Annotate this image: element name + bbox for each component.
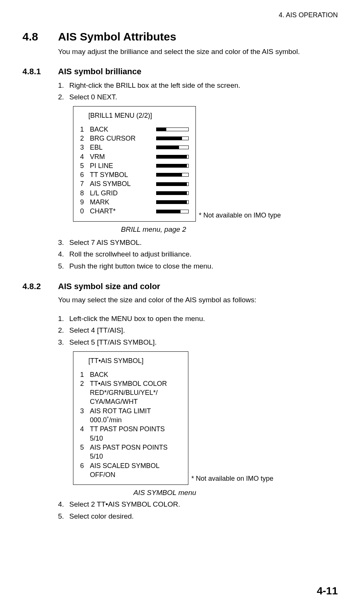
figure-note: * Not available on IMO type <box>191 475 273 483</box>
steps-list: 4.Select 2 TT•AIS SYMBOL COLOR. 5.Select… <box>58 499 338 521</box>
steps-list: 1.Left-click the MENU box to open the me… <box>58 314 338 348</box>
menu-item: 8L/L GRID <box>80 189 189 198</box>
menu-item-label: AIS SCALED SYMBOL <box>90 461 181 470</box>
brill-menu-box: [BRILL1 MENU (2/2)] 1BACK2BRG CURSOR3EBL… <box>73 106 196 222</box>
menu-item-index: 1 <box>80 125 86 134</box>
menu-item-index: 2 <box>80 134 86 143</box>
brilliance-slider <box>156 200 189 204</box>
menu-item-index: 5 <box>80 161 86 170</box>
menu-item-subtext: 000.0˚/min <box>90 416 181 424</box>
menu-item-label: AIS PAST POSN POINTS <box>90 443 181 452</box>
list-item: 4.Select 2 TT•AIS SYMBOL COLOR. <box>58 499 338 510</box>
subsection-title: AIS symbol brilliance <box>58 67 142 76</box>
menu-item-label: AIS ROT TAG LIMIT <box>90 406 181 416</box>
brill-menu-figure: [BRILL1 MENU (2/2)] 1BACK2BRG CURSOR3EBL… <box>73 106 338 222</box>
menu-item: 7AIS SYMBOL <box>80 179 189 188</box>
menu-item: 4TT PAST POSN POINTS <box>80 424 181 434</box>
menu-item-label: L/L GRID <box>90 189 152 198</box>
steps-list: 3.Select 7 AIS SYMBOL. 4.Roll the scroll… <box>58 237 338 272</box>
brilliance-slider <box>156 146 189 149</box>
menu-item: 6AIS SCALED SYMBOL <box>80 461 181 470</box>
menu-item-label: BACK <box>90 370 181 379</box>
list-item: 4.Roll the scrollwheel to adjust brillia… <box>58 249 338 260</box>
menu-item-label: AIS SYMBOL <box>90 179 152 188</box>
brilliance-slider <box>156 155 189 159</box>
brilliance-slider <box>156 182 189 186</box>
menu-item-index: 3 <box>80 143 86 152</box>
menu-item-subtext: 5/10 <box>90 452 181 461</box>
list-item: 5.Push the right button twice to close t… <box>58 261 338 272</box>
menu-item-index: 2 <box>80 379 86 388</box>
section-intro: You may select the size and color of the… <box>58 295 338 305</box>
list-item: 2.Select 0 NEXT. <box>58 92 338 102</box>
list-item: 1.Right-click the BRILL box at the left … <box>58 80 338 91</box>
menu-item: 5PI LINE <box>80 161 189 170</box>
ais-symbol-menu-figure: [TT•AIS SYMBOL] 1BACK2TT•AIS SYMBOL COLO… <box>73 351 338 485</box>
menu-item-index: 5 <box>80 443 86 452</box>
menu-item-label: CHART* <box>90 207 152 216</box>
page-number: 4-11 <box>317 585 338 597</box>
menu-item: 5AIS PAST POSN POINTS <box>80 443 181 452</box>
list-item: 2.Select 4 [TT/AIS]. <box>58 325 338 336</box>
section-4-8-2-heading: 4.8.2 AIS symbol size and color <box>22 282 338 291</box>
menu-item-index: 6 <box>80 461 86 470</box>
subsection-title: AIS symbol size and color <box>58 282 160 291</box>
menu-item-index: 4 <box>80 152 86 161</box>
menu-item-index: 9 <box>80 198 86 207</box>
menu-item-subtext: RED*/GRN/BLU/YEL*/ CYA/MAG/WHT <box>90 388 181 406</box>
menu-item-label: PI LINE <box>90 161 152 170</box>
menu-item-index: 1 <box>80 370 86 379</box>
list-item: 5.Select color desired. <box>58 511 338 522</box>
running-head: 4. AIS OPERATION <box>22 11 338 19</box>
menu-item-label: EBL <box>90 143 152 152</box>
menu-item: 1BACK <box>80 125 189 134</box>
menu-item: 0CHART* <box>80 207 189 216</box>
section-4-8-heading: 4.8 AIS Symbol Attributes <box>22 30 338 43</box>
menu-item-label: TT SYMBOL <box>90 170 152 179</box>
ais-symbol-menu-box: [TT•AIS SYMBOL] 1BACK2TT•AIS SYMBOL COLO… <box>73 351 188 485</box>
menu-item-label: BRG CURSOR <box>90 134 152 143</box>
figure-caption: BRILL menu, page 2 <box>73 225 234 234</box>
menu-item-index: 6 <box>80 170 86 179</box>
page: 4. AIS OPERATION 4.8 AIS Symbol Attribut… <box>0 0 364 612</box>
menu-item: 1BACK <box>80 370 181 379</box>
menu-item-label: MARK <box>90 198 152 207</box>
menu-item: 9MARK <box>80 198 189 207</box>
section-number: 4.8 <box>22 30 58 43</box>
figure-caption: AIS SYMBOL menu <box>95 489 234 497</box>
brilliance-slider <box>156 210 189 213</box>
menu-item-label: TT•AIS SYMBOL COLOR <box>90 379 181 388</box>
list-item: 3.Select 7 AIS SYMBOL. <box>58 237 338 248</box>
brilliance-slider <box>156 173 189 177</box>
figure-note: * Not available on IMO type <box>199 212 281 219</box>
menu-item: 2TT•AIS SYMBOL COLOR <box>80 379 181 388</box>
brilliance-slider <box>156 128 189 131</box>
menu-title: [BRILL1 MENU (2/2)] <box>88 112 189 120</box>
menu-item: 2BRG CURSOR <box>80 134 189 143</box>
list-item: 3.Select 5 [TT/AIS SYMBOL]. <box>58 337 338 348</box>
brilliance-slider <box>156 136 189 140</box>
menu-item-subtext: OFF/ON <box>90 470 181 479</box>
subsection-number: 4.8.2 <box>22 282 58 291</box>
menu-item-label: TT PAST POSN POINTS <box>90 424 181 434</box>
section-title: AIS Symbol Attributes <box>58 30 176 43</box>
menu-title: [TT•AIS SYMBOL] <box>88 357 181 365</box>
subsection-number: 4.8.1 <box>22 67 58 76</box>
list-item: 1.Left-click the MENU box to open the me… <box>58 314 338 324</box>
menu-item-subtext: 5/10 <box>90 434 181 443</box>
menu-item-label: VRM <box>90 152 152 161</box>
menu-item-index: 4 <box>80 424 86 434</box>
brilliance-slider <box>156 191 189 195</box>
menu-item-index: 0 <box>80 207 86 216</box>
menu-item: 6TT SYMBOL <box>80 170 189 179</box>
section-intro: You may adjust the brilliance and select… <box>58 47 338 57</box>
section-4-8-1-heading: 4.8.1 AIS symbol brilliance <box>22 67 338 76</box>
menu-item: 3AIS ROT TAG LIMIT <box>80 406 181 416</box>
brilliance-slider <box>156 164 189 168</box>
menu-item: 3EBL <box>80 143 189 152</box>
menu-item-index: 7 <box>80 179 86 188</box>
menu-item-index: 3 <box>80 406 86 416</box>
steps-list: 1.Right-click the BRILL box at the left … <box>58 80 338 102</box>
menu-item: 4VRM <box>80 152 189 161</box>
menu-item-label: BACK <box>90 125 152 134</box>
